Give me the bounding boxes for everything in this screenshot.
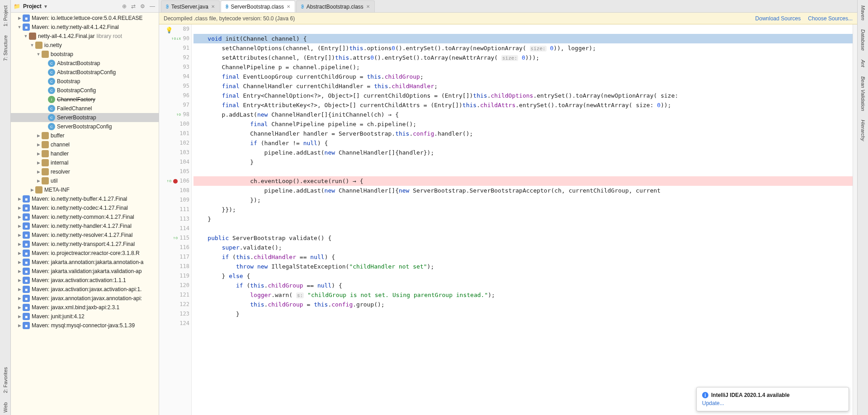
tool-structure[interactable]: 7: Structure bbox=[3, 33, 8, 64]
update-link[interactable]: Update... bbox=[702, 400, 724, 406]
hide-icon[interactable]: — bbox=[149, 2, 156, 10]
tree-item[interactable]: ▶buffer bbox=[11, 131, 159, 140]
left-tool-rail: 1: Project 7: Structure 2: Favorites Web bbox=[0, 0, 11, 415]
tree-item[interactable]: ▶■Maven: javax.xml.bind:jaxb-api:2.3.1 bbox=[11, 303, 159, 312]
tool-project[interactable]: 1: Project bbox=[3, 3, 8, 29]
tree-item[interactable]: ▼■Maven: io.netty:netty-all:4.1.42.Final bbox=[11, 23, 159, 32]
tree-item[interactable]: ▶■Maven: mysql:mysql-connector-java:5.1.… bbox=[11, 321, 159, 330]
project-title: Project bbox=[23, 3, 42, 9]
tree-item[interactable]: CAbstractBootstrap bbox=[11, 59, 159, 68]
tree-item[interactable]: CBootstrap bbox=[11, 77, 159, 86]
tree-item[interactable]: CFailedChannel bbox=[11, 104, 159, 113]
code-area: 89↑o↓x9091929394959697↑o9810010110210310… bbox=[159, 24, 857, 415]
close-icon[interactable]: ✕ bbox=[211, 4, 215, 9]
gear-icon[interactable]: ⚙ bbox=[139, 2, 146, 10]
project-panel: 📁 Project ▾ ⊕ ⇄ ⚙ — ▶■Maven: io.lettuce:… bbox=[11, 0, 159, 415]
tree-item[interactable]: ▶■Maven: io.projectreactor:reactor-core:… bbox=[11, 249, 159, 258]
decompiled-banner: Decompiled .class file, bytecode version… bbox=[159, 13, 857, 24]
tree-item[interactable]: ▶■Maven: jakarta.validation:jakarta.vali… bbox=[11, 267, 159, 276]
tree-item[interactable]: ▶META-INF bbox=[11, 185, 159, 194]
project-header: 📁 Project ▾ ⊕ ⇄ ⚙ — bbox=[11, 0, 159, 13]
tree-item[interactable]: ▶■Maven: io.netty:netty-transport:4.1.27… bbox=[11, 240, 159, 249]
editor: CTestServer.java✕CServerBootstrap.class✕… bbox=[159, 0, 857, 415]
tool-favorites[interactable]: 2: Favorites bbox=[3, 364, 8, 396]
tree-item[interactable]: CServerBootstrap bbox=[11, 113, 159, 122]
mini-map[interactable] bbox=[853, 24, 857, 415]
tool-hierarchy[interactable]: Hierarchy bbox=[860, 117, 866, 144]
project-tree[interactable]: ▶■Maven: io.lettuce:lettuce-core:5.0.4.R… bbox=[11, 13, 159, 415]
notif-title: IntelliJ IDEA 2020.1.4 available bbox=[711, 392, 790, 398]
tree-item[interactable]: CServerBootstrapConfig bbox=[11, 122, 159, 131]
tree-item[interactable]: ▶handler bbox=[11, 149, 159, 158]
info-icon: i bbox=[702, 392, 708, 398]
download-sources-link[interactable]: Download Sources bbox=[755, 15, 801, 22]
right-tool-rail: Maven Database Ant Bean Validation Hiera… bbox=[857, 0, 868, 415]
tool-bean-validation[interactable]: Bean Validation bbox=[860, 74, 866, 114]
collapse-icon[interactable]: ⊕ bbox=[121, 2, 127, 10]
tree-item[interactable]: CBootstrapConfig bbox=[11, 86, 159, 95]
tree-item[interactable]: ▶■Maven: io.netty:netty-buffer:4.1.27.Fi… bbox=[11, 194, 159, 203]
update-notification: i IntelliJ IDEA 2020.1.4 available Updat… bbox=[696, 387, 849, 411]
tool-database[interactable]: Database bbox=[860, 27, 866, 53]
tree-item[interactable]: ▶■Maven: javax.annotation:javax.annotati… bbox=[11, 294, 159, 303]
choose-sources-link[interactable]: Choose Sources... bbox=[808, 15, 853, 22]
tree-item[interactable]: ▶internal bbox=[11, 158, 159, 167]
tool-ant[interactable]: Ant bbox=[860, 57, 866, 70]
tree-item[interactable]: CAbstractBootstrapConfig bbox=[11, 68, 159, 77]
tree-item[interactable]: ▼netty-all-4.1.42.Final.jar library root bbox=[11, 32, 159, 41]
close-icon[interactable]: ✕ bbox=[287, 4, 290, 9]
tree-item[interactable]: ▶■Maven: io.netty:netty-codec:4.1.27.Fin… bbox=[11, 203, 159, 212]
code-content[interactable]: 💡 void init(Channel channel) { setChanne… bbox=[192, 24, 853, 415]
tree-item[interactable]: ▶■Maven: javax.activation:javax.activati… bbox=[11, 285, 159, 294]
tool-maven[interactable]: Maven bbox=[860, 3, 866, 23]
tree-item[interactable]: ▼io.netty bbox=[11, 41, 159, 50]
tool-web[interactable]: Web bbox=[3, 400, 8, 415]
tree-item[interactable]: ▶■Maven: junit:junit:4.12 bbox=[11, 312, 159, 321]
tree-item[interactable]: ▼bootstrap bbox=[11, 50, 159, 59]
tree-item[interactable]: ▶■Maven: jakarta.annotation:jakarta.anno… bbox=[11, 258, 159, 267]
tree-item[interactable]: ▶■Maven: io.netty:netty-common:4.1.27.Fi… bbox=[11, 212, 159, 222]
tree-item[interactable]: ▶resolver bbox=[11, 167, 159, 176]
tree-item[interactable]: ▶channel bbox=[11, 140, 159, 149]
tree-item[interactable]: ▶■Maven: io.lettuce:lettuce-core:5.0.4.R… bbox=[11, 14, 159, 23]
editor-tab[interactable]: CTestServer.java✕ bbox=[161, 0, 220, 12]
project-dropdown-icon[interactable]: ▾ bbox=[44, 3, 47, 9]
tree-item[interactable]: ▶■Maven: io.netty:netty-handler:4.1.27.F… bbox=[11, 222, 159, 231]
breakpoint-icon[interactable] bbox=[173, 179, 178, 184]
editor-tab[interactable]: CAbstractBootstrap.class✕ bbox=[296, 0, 375, 12]
banner-text: Decompiled .class file, bytecode version… bbox=[164, 15, 295, 22]
editor-tabs: CTestServer.java✕CServerBootstrap.class✕… bbox=[159, 0, 857, 13]
project-folder-icon: 📁 bbox=[14, 3, 20, 9]
tree-item[interactable]: ▶■Maven: io.netty:netty-resolver:4.1.27.… bbox=[11, 231, 159, 240]
tree-item[interactable]: ▶■Maven: javax.activation:activation:1.1… bbox=[11, 276, 159, 285]
close-icon[interactable]: ✕ bbox=[366, 4, 370, 9]
tree-item[interactable]: ▶util bbox=[11, 176, 159, 185]
tree-item[interactable]: IChannelFactory bbox=[11, 95, 159, 104]
settings-icon[interactable]: ⇄ bbox=[130, 2, 137, 10]
editor-tab[interactable]: CServerBootstrap.class✕ bbox=[221, 0, 295, 12]
gutter[interactable]: 89↑o↓x9091929394959697↑o9810010110210310… bbox=[159, 24, 192, 415]
